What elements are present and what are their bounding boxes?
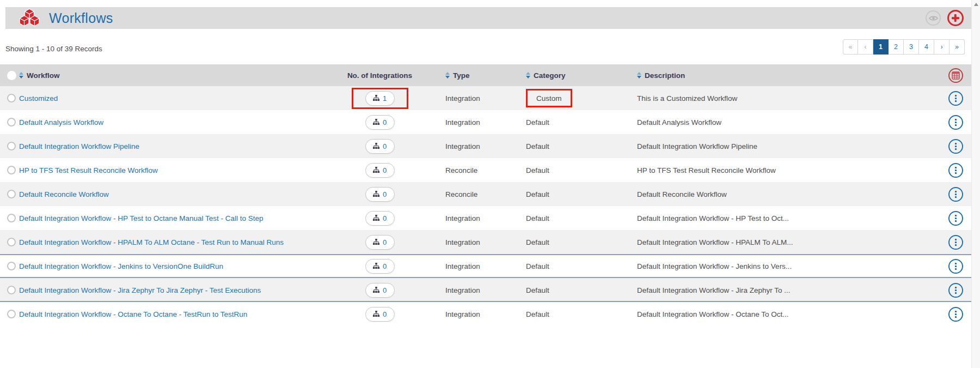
header-actions [926, 10, 964, 26]
pagination: «‹1234›» [843, 39, 965, 55]
scroll-up-arrow-icon[interactable] [974, 3, 978, 6]
pagination-button[interactable]: 2 [889, 39, 904, 55]
workflow-link[interactable]: Customized [19, 94, 58, 102]
integrations-count-badge[interactable]: 0 [365, 187, 395, 202]
description-value: Default Integration Workflow - Jenkins t… [637, 262, 792, 270]
row-select-radio[interactable] [7, 190, 16, 198]
integrations-count-badge[interactable]: 0 [365, 211, 395, 226]
pagination-button[interactable]: 3 [904, 39, 919, 55]
row-actions-kebab-icon[interactable] [948, 139, 963, 154]
row-select-radio[interactable] [7, 238, 16, 246]
pagination-button[interactable]: 4 [919, 39, 934, 55]
description-value: HP to TFS Test Result Reconcile Workflow [637, 166, 776, 174]
integrations-count-badge[interactable]: 0 [365, 235, 395, 250]
type-value: Integration [445, 310, 480, 318]
row-actions-kebab-icon[interactable] [948, 307, 963, 322]
column-header-workflow[interactable]: Workflow [19, 71, 340, 80]
row-actions-kebab-icon[interactable] [948, 163, 963, 178]
sitemap-icon [373, 167, 379, 173]
table-row[interactable]: Default Integration Workflow - Jenkins t… [0, 254, 971, 278]
pagination-button[interactable]: › [934, 39, 950, 55]
description-value: Default Analysis Workflow [637, 118, 721, 126]
workflow-link[interactable]: Default Integration Workflow - Octane To… [19, 310, 247, 318]
row-actions-kebab-icon[interactable] [948, 211, 963, 226]
row-select-radio[interactable] [7, 214, 16, 222]
row-select-radio[interactable] [7, 286, 16, 294]
row-select-radio[interactable] [7, 94, 16, 102]
row-select-radio[interactable] [7, 262, 16, 270]
row-actions-kebab-icon[interactable] [948, 115, 963, 130]
eye-icon[interactable] [926, 10, 941, 26]
pagination-button[interactable]: 1 [873, 39, 889, 55]
category-highlight-box: Default [526, 285, 549, 295]
category-highlight-box: Custom [526, 89, 572, 107]
workflow-link[interactable]: Default Integration Workflow - HPALM To … [19, 238, 284, 246]
table-row[interactable]: Default Integration Workflow - HPALM To … [0, 230, 971, 254]
integrations-highlight-box: 0 [365, 235, 395, 250]
table-row[interactable]: Customized 1 Integration [0, 86, 971, 110]
select-all-cell [0, 71, 19, 80]
row-actions-kebab-icon[interactable] [948, 259, 963, 274]
category-value: Default [526, 238, 549, 246]
row-actions-kebab-icon[interactable] [948, 91, 963, 106]
select-all-radio[interactable] [7, 71, 16, 80]
integrations-highlight-box: 0 [365, 187, 395, 202]
category-value: Default [526, 118, 549, 126]
row-select-radio[interactable] [7, 118, 16, 126]
workflow-link[interactable]: Default Integration Workflow Pipeline [19, 142, 139, 150]
table-row[interactable]: Default Reconcile Workflow 0 Reconcile [0, 182, 971, 206]
category-value: Custom [536, 94, 562, 102]
category-value: Default [526, 190, 549, 198]
table-row[interactable]: Default Integration Workflow Pipeline 0 … [0, 134, 971, 158]
column-chooser-icon[interactable] [948, 68, 963, 83]
column-header-category[interactable]: Category [506, 71, 610, 80]
pagination-button[interactable]: ‹ [858, 39, 873, 55]
integrations-count-badge[interactable]: 0 [365, 139, 395, 154]
workflow-link[interactable]: Default Analysis Workflow [19, 118, 103, 126]
category-highlight-box: Default [526, 213, 549, 223]
pagination-button[interactable]: « [843, 39, 858, 55]
type-value: Integration [445, 262, 480, 270]
workflow-link[interactable]: Default Reconcile Workflow [19, 190, 109, 198]
vertical-scrollbar[interactable] [971, 0, 980, 368]
integrations-highlight-box: 0 [365, 259, 395, 274]
sitemap-icon [373, 311, 379, 317]
table-row[interactable]: Default Analysis Workflow 0 Integration [0, 110, 971, 134]
add-workflow-button[interactable] [947, 10, 964, 26]
row-select-radio[interactable] [7, 142, 16, 150]
category-highlight-box: Default [526, 237, 549, 247]
sitemap-icon [373, 215, 379, 221]
category-value: Default [526, 166, 549, 174]
table-row[interactable]: Default Integration Workflow - Octane To… [0, 302, 971, 326]
category-highlight-box: Default [526, 309, 549, 319]
integrations-count-badge[interactable]: 0 [365, 307, 395, 322]
sitemap-icon [373, 239, 379, 245]
workflow-link[interactable]: Default Integration Workflow - HP Test t… [19, 214, 263, 222]
row-actions-kebab-icon[interactable] [948, 187, 963, 202]
workflow-link[interactable]: HP to TFS Test Result Reconcile Workflow [19, 166, 158, 174]
column-settings-cell [940, 68, 971, 83]
row-select-radio[interactable] [7, 310, 16, 318]
workflow-link[interactable]: Default Integration Workflow - Jira Zeph… [19, 286, 261, 294]
integrations-highlight-box: 0 [365, 163, 395, 178]
sort-icon [526, 72, 530, 79]
table-row[interactable]: Default Integration Workflow - HP Test t… [0, 206, 971, 230]
integrations-count-badge[interactable]: 0 [365, 259, 395, 274]
integrations-highlight-box: 0 [365, 307, 395, 322]
pagination-button[interactable]: » [950, 39, 965, 55]
description-value: Default Integration Workflow - Octane To… [637, 310, 789, 318]
table-row[interactable]: HP to TFS Test Result Reconcile Workflow… [0, 158, 971, 182]
integrations-count-badge[interactable]: 0 [365, 115, 395, 130]
integrations-count-badge[interactable]: 0 [365, 283, 395, 298]
description-value: Default Integration Workflow - Jira Zeph… [637, 286, 791, 294]
type-value: Integration [445, 118, 480, 126]
integrations-count-badge[interactable]: 1 [365, 91, 395, 106]
table-row[interactable]: Default Integration Workflow - Jira Zeph… [0, 278, 971, 302]
column-header-description[interactable]: Description [610, 71, 940, 80]
row-select-radio[interactable] [7, 166, 16, 174]
column-header-type[interactable]: Type [419, 71, 506, 80]
integrations-count-badge[interactable]: 0 [365, 163, 395, 178]
row-actions-kebab-icon[interactable] [948, 235, 963, 250]
row-actions-kebab-icon[interactable] [948, 283, 963, 298]
workflow-link[interactable]: Default Integration Workflow - Jenkins t… [19, 262, 223, 270]
